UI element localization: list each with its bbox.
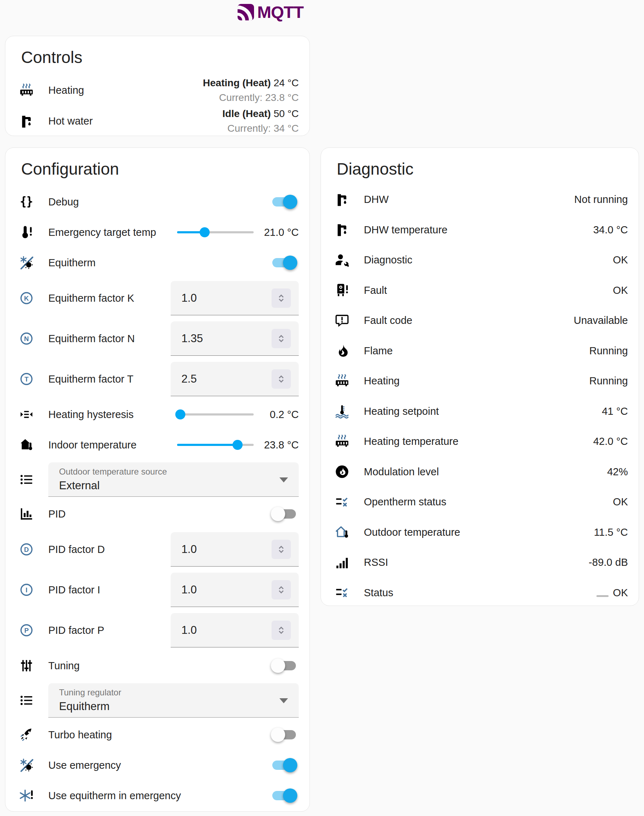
diag-row-diagnostic[interactable]: Diagnostic OK	[332, 245, 628, 276]
modulation-level-value: 42%	[607, 466, 628, 478]
pid-factor-d-value: 1.0	[181, 543, 197, 556]
slider-fill	[177, 444, 238, 446]
config-row-equitherm-factor-k: Equitherm factor K 1.0	[16, 278, 299, 319]
toggle-thumb	[283, 758, 297, 772]
heating-status-label: Heating	[364, 375, 589, 387]
config-row-tuning: Tuning	[16, 651, 299, 681]
tuning-regulator-select[interactable]: Tuning regulator Equitherm	[48, 683, 299, 718]
hot-water-label: Hot water	[48, 115, 222, 127]
scrollbar-thumb[interactable]	[596, 595, 609, 597]
diag-row-heating-setpoint[interactable]: Heating setpoint 41 °C	[332, 396, 628, 426]
radiator-icon	[334, 434, 350, 449]
toggle-thumb	[283, 195, 297, 209]
opentherm-status-label: Opentherm status	[364, 496, 613, 508]
diag-row-flame[interactable]: Flame Running	[332, 336, 628, 366]
toggle-thumb	[271, 658, 285, 673]
slider-knob[interactable]	[233, 440, 242, 450]
config-row-debug: Debug	[16, 187, 299, 217]
heating-climate-row[interactable]: Heating Heating (Heat) 24 °C Currently: …	[16, 75, 299, 106]
pid-factor-d-input[interactable]: 1.0	[171, 532, 299, 566]
toggle-thumb	[271, 728, 285, 742]
diag-row-outdoor-temperature[interactable]: Outdoor temperature 11.5 °C	[332, 517, 628, 548]
config-row-equitherm-factor-t: Equitherm factor T 2.5	[16, 359, 299, 399]
hot-water-climate-row[interactable]: Hot water Idle (Heat) 50 °C Currently: 3…	[16, 106, 299, 137]
stepper-buttons[interactable]	[271, 288, 291, 308]
stepper-buttons[interactable]	[271, 580, 291, 600]
use-equitherm-in-emergency-toggle[interactable]	[272, 791, 296, 800]
turbo-heating-label: Turbo heating	[48, 729, 272, 741]
dhw-temperature-value: 34.0 °C	[593, 224, 628, 236]
diag-row-rssi[interactable]: RSSI -89.0 dB	[332, 548, 628, 578]
alpha-k-circle-icon	[19, 291, 34, 306]
heating-setpoint-label: Heating setpoint	[364, 405, 602, 417]
use-emergency-label: Use emergency	[48, 759, 272, 771]
pid-label: PID	[48, 508, 272, 520]
equitherm-factor-t-value: 2.5	[181, 373, 197, 385]
equitherm-label: Equitherm	[48, 257, 272, 269]
heating-hysteresis-slider[interactable]	[177, 406, 254, 422]
diag-row-fault[interactable]: Fault OK	[332, 275, 628, 306]
heating-label: Heating	[48, 84, 203, 96]
outdoor-temperature-source-select[interactable]: Outdoor temperature source External	[48, 462, 299, 497]
stepper-buttons[interactable]	[271, 329, 291, 348]
diag-row-dhw-temperature[interactable]: DHW temperature 34.0 °C	[332, 215, 628, 245]
dhw-temperature-label: DHW temperature	[364, 224, 593, 236]
indoor-temperature-slider[interactable]	[177, 437, 254, 453]
diag-row-heating[interactable]: Heating Running	[332, 366, 628, 397]
diag-row-heating-temperature[interactable]: Heating temperature 42.0 °C	[332, 426, 628, 457]
dropdown-caret-icon	[279, 477, 288, 482]
mqtt-logo-text: MQTT	[257, 2, 304, 22]
heating-status-value: Running	[589, 375, 628, 387]
configuration-title: Configuration	[21, 160, 299, 178]
mqtt-logo: MQTT	[238, 2, 304, 22]
stepper-buttons[interactable]	[271, 540, 291, 559]
pid-toggle[interactable]	[272, 509, 296, 518]
heating-state: Heating (Heat) 24 °C Currently: 23.8 °C	[203, 77, 299, 104]
turbo-heating-toggle[interactable]	[272, 730, 296, 739]
tuning-toggle[interactable]	[272, 661, 296, 670]
equitherm-factor-k-value: 1.0	[181, 292, 197, 305]
hot-water-state: Idle (Heat) 50 °C Currently: 34 °C	[222, 107, 299, 135]
tuning-regulator-value: Equitherm	[59, 700, 299, 713]
use-equitherm-in-emergency-label: Use equitherm in emergency	[48, 790, 272, 802]
config-row-pid-factor-i: PID factor I 1.0	[16, 570, 299, 610]
config-row-outdoor-temperature-source: Outdoor temperature source External	[16, 460, 299, 499]
home-thermometer-outline-icon	[334, 525, 350, 540]
heating-state-mode: Heating (Heat)	[203, 77, 271, 88]
rocket-launch-icon	[19, 727, 34, 742]
stepper-buttons[interactable]	[271, 621, 291, 640]
equitherm-factor-k-input[interactable]: 1.0	[171, 281, 299, 315]
heating-setpoint-value: 41 °C	[602, 405, 628, 417]
debug-label: Debug	[48, 196, 272, 208]
diag-row-opentherm-status[interactable]: Opentherm status OK	[332, 487, 628, 517]
slider-knob[interactable]	[175, 410, 186, 419]
diag-row-status[interactable]: Status OK	[332, 578, 628, 608]
flame-value: Running	[589, 345, 628, 357]
config-row-equitherm: Equitherm	[16, 248, 299, 278]
heating-hysteresis-label: Heating hysteresis	[48, 409, 177, 420]
list-status-icon	[334, 585, 350, 600]
equitherm-factor-n-label: Equitherm factor N	[48, 333, 171, 345]
diag-row-fault-code[interactable]: Fault code Unavailable	[332, 306, 628, 336]
tuning-label: Tuning	[48, 660, 272, 672]
flame-label: Flame	[364, 345, 589, 357]
slider-track[interactable]	[177, 413, 254, 416]
pid-factor-p-input[interactable]: 1.0	[171, 613, 299, 647]
diag-row-dhw[interactable]: DHW Not running	[332, 185, 628, 215]
debug-toggle[interactable]	[272, 197, 296, 207]
pid-factor-i-input[interactable]: 1.0	[171, 573, 299, 607]
config-row-pid-factor-d: PID factor D 1.0	[16, 529, 299, 570]
toggle-thumb	[283, 256, 297, 270]
diagnostic-value: OK	[613, 254, 628, 266]
equitherm-toggle[interactable]	[272, 258, 296, 267]
slider-knob[interactable]	[199, 227, 210, 237]
emergency-target-temp-slider[interactable]	[177, 224, 254, 240]
diag-row-modulation-level[interactable]: Modulation level 42%	[332, 457, 628, 487]
equitherm-factor-k-label: Equitherm factor K	[48, 292, 171, 304]
equitherm-factor-n-input[interactable]: 1.35	[171, 321, 299, 356]
equitherm-factor-t-input[interactable]: 2.5	[171, 362, 299, 396]
use-emergency-toggle[interactable]	[272, 761, 296, 770]
diagnostic-title: Diagnostic	[337, 160, 628, 178]
chart-histogram-icon	[19, 506, 34, 522]
stepper-buttons[interactable]	[271, 369, 291, 389]
